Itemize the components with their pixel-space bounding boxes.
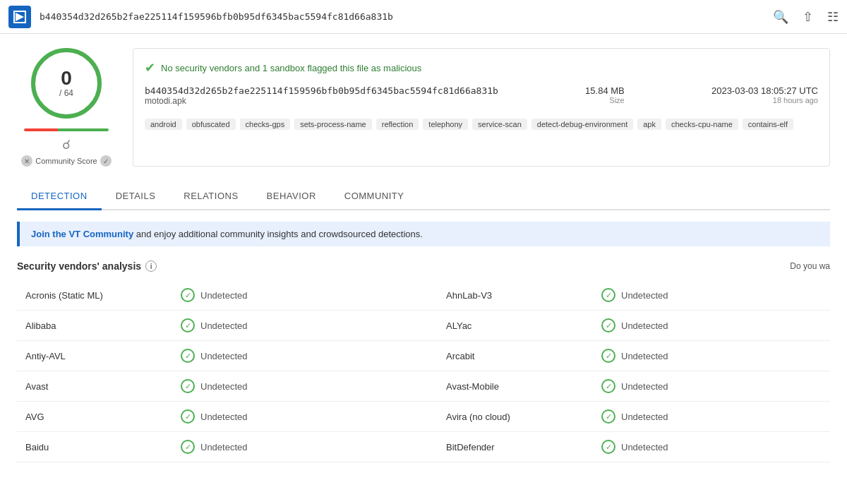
vendor-status-left: Undetected bbox=[172, 341, 409, 371]
score-container: 0 / 64 ☌ ✕ Community Score ✓ bbox=[17, 48, 116, 167]
vendor-status-left: Undetected bbox=[172, 311, 409, 341]
file-tag[interactable]: obfuscated bbox=[186, 119, 236, 130]
table-row: Acronis (Static ML) Undetected AhnLab-V3… bbox=[17, 280, 830, 311]
join-vt-link[interactable]: Join the VT Community bbox=[31, 229, 133, 239]
file-tag[interactable]: detect-debug-environment bbox=[531, 119, 633, 130]
vendor-status-left: Undetected bbox=[172, 280, 409, 311]
vendor-name-right: Arcabit bbox=[438, 341, 593, 371]
file-meta-row: b440354d32d265b2fae225114f159596bfb0b95d… bbox=[145, 85, 818, 113]
check-circle-right bbox=[601, 349, 615, 363]
check-circle-right bbox=[601, 318, 615, 332]
vendors-header: Security vendors' analysis i Do you wa bbox=[17, 260, 830, 272]
score-circle: 0 / 64 bbox=[31, 48, 102, 119]
check-circle-right bbox=[601, 440, 615, 454]
upload-icon[interactable]: ⇧ bbox=[803, 9, 813, 25]
check-circle-left bbox=[181, 349, 195, 363]
vendor-name-left: Acronis (Static ML) bbox=[17, 280, 172, 311]
col-spacer bbox=[409, 371, 438, 402]
check-circle-right bbox=[601, 379, 615, 393]
score-total: / 64 bbox=[59, 88, 73, 98]
grid-icon[interactable]: ☷ bbox=[827, 9, 839, 25]
table-row: Baidu Undetected BitDefender Undetected bbox=[17, 432, 830, 462]
clean-check-icon: ✔ bbox=[145, 60, 155, 76]
undetected-label-left: Undetected bbox=[200, 442, 248, 452]
file-date-ago: 18 hours ago bbox=[711, 96, 818, 104]
vendor-name-left: Baidu bbox=[17, 432, 172, 462]
clean-banner: ✔ No security vendors and 1 sandbox flag… bbox=[145, 60, 818, 76]
undetected-label-right: Undetected bbox=[621, 442, 668, 452]
col-spacer bbox=[409, 311, 438, 341]
toolbar: b440354d32d265b2fae225114f159596bfb0b95d… bbox=[0, 0, 847, 34]
file-tag[interactable]: checks-gps bbox=[240, 119, 291, 130]
vendors-info-icon[interactable]: i bbox=[145, 260, 157, 272]
file-tag[interactable]: reflection bbox=[376, 119, 419, 130]
vendors-table: Acronis (Static ML) Undetected AhnLab-V3… bbox=[17, 280, 830, 462]
community-x-button[interactable]: ✕ bbox=[21, 155, 32, 167]
file-size-value: 15.84 MB bbox=[585, 85, 625, 96]
vendor-name-right: Avast-Mobile bbox=[438, 371, 593, 402]
vendor-name-left: AVG bbox=[17, 402, 172, 432]
tab-relations[interactable]: RELATIONS bbox=[169, 184, 252, 210]
undetected-label-left: Undetected bbox=[200, 320, 248, 331]
undetected-label-left: Undetected bbox=[200, 381, 248, 392]
file-tag[interactable]: checks-cpu-name bbox=[666, 119, 738, 130]
tab-details[interactable]: DETAILS bbox=[102, 184, 170, 210]
file-tag[interactable]: telephony bbox=[423, 119, 468, 130]
community-check-button[interactable]: ✓ bbox=[100, 155, 112, 167]
table-row: Avast Undetected Avast-Mobile Undetected bbox=[17, 371, 830, 402]
toolbar-actions: 🔍 ⇧ ☷ bbox=[773, 9, 839, 25]
do-you-want: Do you wa bbox=[790, 261, 830, 271]
vendor-status-right: Undetected bbox=[593, 432, 830, 462]
vendor-status-right: Undetected bbox=[593, 371, 830, 402]
table-row: AVG Undetected Avira (no cloud) Undetect… bbox=[17, 402, 830, 432]
check-circle-right bbox=[601, 409, 615, 424]
vendor-name-right: BitDefender bbox=[438, 432, 593, 462]
table-row: Alibaba Undetected ALYac Undetected bbox=[17, 311, 830, 341]
undetected-label-right: Undetected bbox=[621, 320, 668, 331]
file-tag[interactable]: apk bbox=[637, 119, 661, 130]
file-tag[interactable]: sets-process-name bbox=[294, 119, 372, 130]
community-score-label: Community Score bbox=[35, 157, 97, 165]
check-circle-left bbox=[181, 379, 195, 393]
file-hash: b440354d32d265b2fae225114f159596bfb0b95d… bbox=[145, 85, 498, 96]
file-date-container: 2023-03-03 18:05:27 UTC 18 hours ago bbox=[711, 85, 818, 113]
vendors-title-text: Security vendors' analysis bbox=[17, 260, 141, 272]
check-circle-left bbox=[181, 318, 195, 332]
vendor-name-left: Alibaba bbox=[17, 311, 172, 341]
undetected-label-right: Undetected bbox=[621, 412, 668, 422]
vendor-name-left: Antiy-AVL bbox=[17, 341, 172, 371]
tab-behavior[interactable]: BEHAVIOR bbox=[253, 184, 330, 210]
score-value: 0 bbox=[61, 68, 72, 88]
file-tag[interactable]: service-scan bbox=[472, 119, 527, 130]
file-name: motodi.apk bbox=[145, 96, 498, 106]
hash-display: b440354d32d265b2fae225114f159596bfb0b95d… bbox=[40, 11, 764, 22]
undetected-label-right: Undetected bbox=[621, 290, 668, 301]
shield-icon: ☌ bbox=[62, 137, 71, 152]
tab-community[interactable]: COMMUNITY bbox=[330, 184, 419, 210]
vendor-name-right: AhnLab-V3 bbox=[438, 280, 593, 311]
check-circle-left bbox=[181, 288, 195, 302]
file-meta-right: 15.84 MB Size bbox=[585, 85, 625, 113]
check-circle-left bbox=[181, 409, 195, 424]
check-circle-left bbox=[181, 440, 195, 454]
col-spacer bbox=[409, 432, 438, 462]
summary-section: 0 / 64 ☌ ✕ Community Score ✓ ✔ No securi… bbox=[17, 48, 830, 167]
file-date-value: 2023-03-03 18:05:27 UTC bbox=[711, 85, 818, 96]
vendor-name-right: ALYac bbox=[438, 311, 593, 341]
search-icon[interactable]: 🔍 bbox=[773, 9, 788, 25]
col-spacer bbox=[409, 280, 438, 311]
file-tag[interactable]: contains-elf bbox=[743, 119, 793, 130]
vendor-status-right: Undetected bbox=[593, 311, 830, 341]
undetected-label-left: Undetected bbox=[200, 290, 248, 301]
undetected-label-right: Undetected bbox=[621, 351, 668, 361]
community-notice: Join the VT Community and enjoy addition… bbox=[17, 222, 830, 246]
check-circle-right bbox=[601, 288, 615, 302]
undetected-label-right: Undetected bbox=[621, 381, 668, 392]
file-tag[interactable]: android bbox=[145, 119, 182, 130]
vendor-status-left: Undetected bbox=[172, 371, 409, 402]
undetected-label-left: Undetected bbox=[200, 351, 248, 361]
tab-detection[interactable]: DETECTION bbox=[17, 184, 102, 210]
vendors-title: Security vendors' analysis i bbox=[17, 260, 157, 272]
app-logo[interactable] bbox=[8, 6, 31, 28]
file-info-panel: ✔ No security vendors and 1 sandbox flag… bbox=[133, 48, 830, 167]
